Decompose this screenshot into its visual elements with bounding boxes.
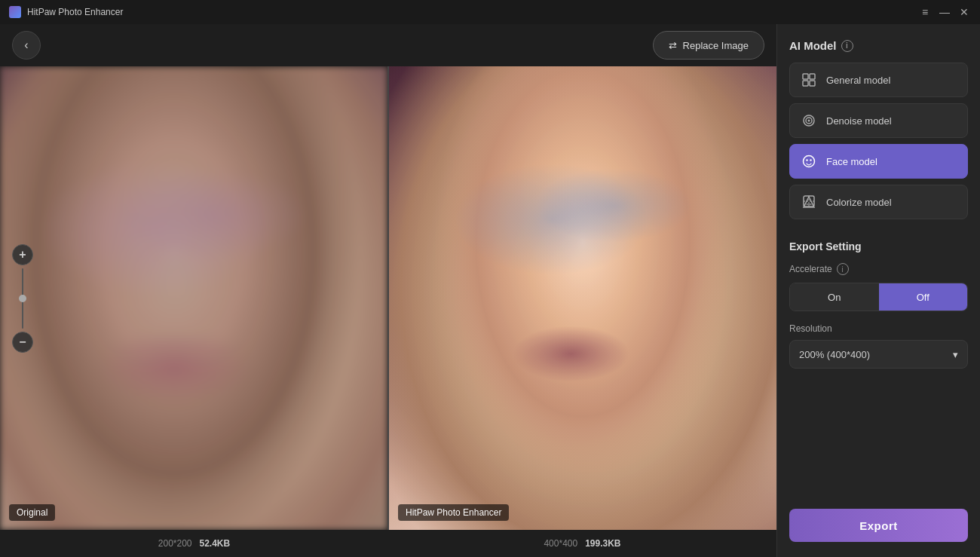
replace-image-button[interactable]: ⇄ Replace Image [653, 31, 764, 60]
back-button[interactable]: ‹ [12, 31, 41, 60]
right-panel: AI Model i General model [776, 24, 980, 557]
original-image [0, 66, 387, 530]
enhanced-image-container: HitPaw Photo Enhancer [389, 66, 776, 530]
chevron-down-icon: ▾ [953, 349, 958, 360]
title-bar: HitPaw Photo Enhancer ≡ — ✕ [0, 0, 980, 24]
zoom-controls: + − [12, 244, 33, 353]
original-image-container: Original [0, 66, 389, 530]
zoom-track [22, 268, 23, 329]
enhanced-info: 400*400 199.3KB [388, 538, 776, 549]
general-model-label: General model [826, 75, 890, 86]
face-model-icon [801, 153, 817, 170]
svg-rect-1 [810, 74, 815, 79]
toggle-off-button[interactable]: Off [879, 283, 968, 311]
replace-label: Replace Image [683, 40, 749, 51]
denoise-model-button[interactable]: Denoise model [789, 103, 968, 138]
menu-button[interactable]: ≡ [918, 5, 932, 19]
enhanced-dimensions: 400*400 [544, 538, 577, 549]
svg-point-8 [806, 159, 807, 161]
title-bar-controls: ≡ — ✕ [918, 5, 971, 19]
image-panel: ‹ ⇄ Replace Image + − Original [0, 24, 776, 557]
accelerate-toggle-group: On Off [789, 283, 968, 311]
original-info: 200*200 52.4KB [0, 538, 388, 549]
original-dimensions: 200*200 [158, 538, 192, 549]
svg-rect-0 [803, 74, 808, 79]
ai-model-section-title: AI Model i [789, 39, 968, 52]
close-button[interactable]: ✕ [957, 5, 971, 19]
app-title: HitPaw Photo Enhancer [27, 7, 123, 17]
accelerate-label: Accelerate [789, 264, 832, 274]
face-model-button[interactable]: Face model [789, 144, 968, 179]
colorize-model-button[interactable]: Colorize model [789, 185, 968, 219]
enhanced-image [389, 66, 776, 530]
enhanced-filesize: 199.3KB [585, 538, 620, 549]
app-icon [9, 6, 21, 18]
ai-model-info-icon[interactable]: i [841, 40, 853, 52]
replace-icon: ⇄ [669, 40, 677, 51]
svg-point-6 [808, 120, 810, 122]
resolution-value: 200% (400*400) [799, 349, 870, 360]
main-content: ‹ ⇄ Replace Image + − Original [0, 24, 980, 557]
export-button[interactable]: Export [789, 509, 968, 542]
svg-point-9 [810, 159, 811, 161]
original-label: Original [9, 504, 55, 521]
zoom-thumb[interactable] [19, 295, 26, 302]
ai-model-label: AI Model [789, 39, 837, 52]
general-model-button[interactable]: General model [789, 63, 968, 97]
minimize-button[interactable]: — [938, 5, 951, 19]
colorize-model-label: Colorize model [826, 197, 892, 208]
accelerate-row: Accelerate i [789, 263, 968, 275]
enhanced-label: HitPaw Photo Enhancer [398, 504, 509, 521]
face-model-label: Face model [826, 156, 877, 167]
zoom-in-button[interactable]: + [12, 244, 33, 265]
general-model-icon [801, 72, 817, 88]
title-bar-left: HitPaw Photo Enhancer [9, 6, 123, 18]
export-setting-title: Export Setting [789, 240, 968, 252]
denoise-model-label: Denoise model [826, 115, 892, 127]
image-info-bar: 200*200 52.4KB 400*400 199.3KB [0, 530, 776, 557]
image-comparison: + − Original HitPaw Photo Enhancer [0, 66, 776, 530]
export-section: Export Setting Accelerate i On Off Resol… [789, 240, 968, 369]
svg-rect-2 [803, 81, 808, 86]
resolution-select[interactable]: 200% (400*400) ▾ [789, 340, 968, 369]
zoom-out-button[interactable]: − [12, 332, 33, 353]
toggle-on-button[interactable]: On [790, 283, 879, 311]
svg-rect-3 [810, 81, 815, 86]
colorize-model-icon [801, 194, 817, 210]
image-toolbar: ‹ ⇄ Replace Image [0, 24, 776, 66]
resolution-label: Resolution [789, 323, 968, 334]
original-filesize: 52.4KB [200, 538, 231, 549]
accelerate-info-icon[interactable]: i [837, 263, 849, 275]
denoise-model-icon [801, 112, 817, 129]
